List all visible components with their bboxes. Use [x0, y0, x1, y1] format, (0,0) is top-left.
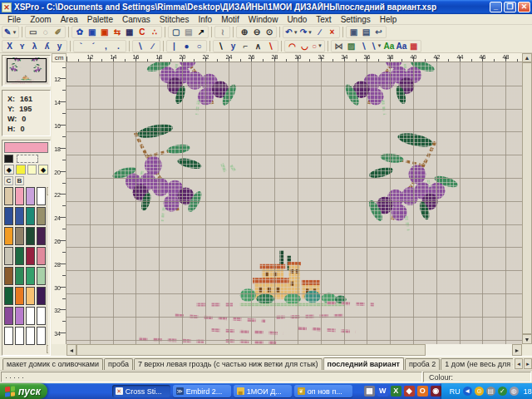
menu-file[interactable]: File [3, 15, 25, 24]
pattern-tab[interactable]: проба [104, 358, 133, 370]
palette-swatch[interactable] [37, 207, 46, 225]
menu-info[interactable]: Info [194, 15, 216, 24]
thread-icon[interactable]: ≀ [216, 27, 229, 37]
screen-icon[interactable]: ▢ [170, 27, 182, 37]
media-icon[interactable]: ◉ [431, 386, 441, 397]
update-icon[interactable]: ⊙ [475, 387, 484, 396]
palette-swatch[interactable] [15, 247, 24, 265]
palette-swatch[interactable] [37, 267, 46, 285]
pencil-tool[interactable]: ✎▼ [3, 27, 17, 37]
palette-swatch[interactable] [15, 207, 24, 225]
menu-settings[interactable]: Settings [337, 15, 375, 24]
text-small-button[interactable]: Aa [382, 41, 395, 52]
circle-tool[interactable]: ○▼ [311, 41, 323, 52]
three-quarter-stitch-button[interactable]: ʏ [16, 41, 28, 52]
clip-icon[interactable]: ▤ [486, 387, 495, 396]
palette-swatch[interactable] [4, 227, 13, 245]
palette-swatch[interactable] [26, 267, 35, 285]
backstitch-angle-button[interactable]: ∧ [252, 41, 264, 52]
menu-window[interactable]: Window [244, 15, 283, 24]
palette-swatch[interactable] [4, 327, 13, 345]
back-button[interactable]: ↩ [372, 27, 385, 37]
pattern-tab[interactable]: проба 2 [405, 358, 440, 370]
palette-swatch[interactable] [15, 227, 24, 245]
task-button[interactable]: ▄1МОИ Д... [234, 385, 292, 397]
start-button[interactable]: пуск [0, 383, 47, 399]
palette-swatch[interactable] [37, 187, 46, 205]
menu-canvas[interactable]: Canvas [118, 15, 155, 24]
menu-motif[interactable]: Motif [217, 15, 244, 24]
menu-zoom[interactable]: Zoom [26, 15, 56, 24]
maximize-button[interactable]: ❐ [504, 2, 516, 12]
copy-motif-tool[interactable]: ▣ [86, 27, 98, 37]
delete-button[interactable]: × [326, 27, 338, 37]
knot-icon[interactable]: ⋈ [332, 41, 345, 52]
palette-swatch[interactable] [37, 327, 46, 345]
image-icon[interactable]: ▨ [345, 41, 357, 52]
export-chart-button[interactable]: ▤ [360, 27, 372, 37]
scroll-up-button[interactable]: ▲ [522, 53, 532, 62]
dropdown-arrow-icon[interactable]: ▼ [308, 30, 313, 35]
menu-undo[interactable]: Undo [283, 15, 311, 24]
palette-swatch[interactable] [15, 187, 24, 205]
vertical-stitch-button[interactable]: | [168, 41, 180, 52]
bead-open-button[interactable]: ○ [193, 41, 205, 52]
full-stitch-button[interactable]: X [3, 41, 16, 52]
petite-stitch-button[interactable]: y [53, 41, 66, 52]
dashed-select-icon[interactable]: ▦ [407, 41, 420, 52]
empty-color-swatch[interactable] [17, 155, 38, 163]
palette-swatch[interactable] [4, 207, 13, 225]
close-button[interactable]: ✕ [518, 2, 530, 12]
minimize-button[interactable]: _ [490, 2, 502, 12]
menu-palette[interactable]: Palette [83, 15, 117, 24]
curve-tool-1[interactable]: ◠ [286, 41, 298, 52]
dropdown-arrow-icon[interactable]: ▼ [293, 30, 298, 35]
palette-swatch[interactable] [15, 267, 24, 285]
horizontal-scrollbar[interactable]: ◄ ► [66, 344, 522, 356]
menu-area[interactable]: Area [57, 15, 82, 24]
zoom-out-button[interactable]: ⊖ [250, 27, 263, 37]
palette-swatch[interactable] [4, 307, 13, 325]
palette-swatch[interactable] [15, 307, 24, 325]
stitch-canvas[interactable] [66, 62, 522, 344]
palette-swatch[interactable] [37, 227, 46, 245]
language-indicator[interactable]: RU [450, 387, 461, 396]
curve-tool-2[interactable]: ◡ [298, 41, 311, 52]
color-yellow[interactable] [16, 165, 26, 175]
text-button[interactable]: Aa [395, 41, 407, 52]
zoom-actual-button[interactable]: ⊙ [263, 27, 275, 37]
vertical-scroll-thumb[interactable] [522, 62, 532, 334]
quarter-mark-3[interactable]: , [100, 41, 112, 52]
graphics-icon[interactable]: ◆ [404, 386, 415, 397]
scroll-down-button[interactable]: ▼ [522, 334, 532, 344]
undo-button[interactable]: ↶▼ [284, 27, 298, 37]
rotate-tool[interactable]: C [135, 27, 148, 37]
dropdown-arrow-icon[interactable]: ▼ [318, 43, 323, 48]
vertical-scrollbar[interactable]: ▼ [522, 62, 532, 344]
palette-swatch[interactable] [4, 267, 13, 285]
opera-icon[interactable]: O [417, 386, 428, 397]
sheet-icon[interactable]: ▤ [182, 27, 195, 37]
tabs-scroll-left-button[interactable]: ◄ [515, 358, 523, 369]
palette-swatch[interactable] [26, 227, 35, 245]
palette-swatch[interactable] [37, 307, 46, 325]
palette-swatch[interactable] [26, 187, 35, 205]
schedule-icon[interactable]: ▦ [364, 386, 375, 397]
palette-swatch[interactable] [26, 207, 35, 225]
current-color-swatch[interactable] [4, 142, 48, 153]
menu-help[interactable]: Help [376, 15, 401, 24]
pattern-library-tool[interactable]: ▦ [123, 27, 135, 37]
blend-diamond-2[interactable]: ◆ [38, 165, 48, 175]
palette-swatch[interactable] [26, 327, 35, 345]
polygon-select-tool[interactable]: ✐ [52, 27, 64, 37]
palette-swatch[interactable] [37, 247, 46, 265]
dropdown-arrow-icon[interactable]: ▼ [377, 43, 382, 48]
rect-select-tool[interactable]: ▭ [27, 27, 39, 37]
palette-swatch[interactable] [4, 247, 13, 265]
pointer-arrow-icon[interactable]: ↗ [195, 27, 207, 37]
palette-scroll-up-button[interactable]: ▲ [47, 187, 48, 195]
palette-scrollbar[interactable]: ▲▼ [47, 187, 48, 353]
palette-swatch[interactable] [37, 287, 46, 305]
palette-scroll-down-button[interactable]: ▼ [47, 345, 48, 353]
dropdown-arrow-icon[interactable]: ▼ [12, 30, 17, 35]
